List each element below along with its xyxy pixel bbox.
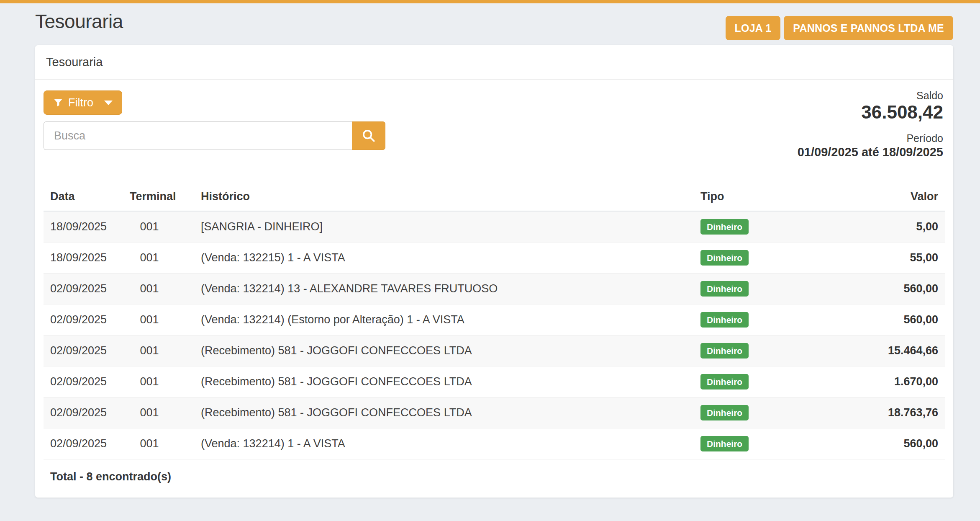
- cell-valor: 1.670,00: [828, 366, 945, 397]
- cell-data: 02/09/2025: [44, 366, 123, 397]
- top-accent-bar: [0, 0, 980, 3]
- cell-valor: 560,00: [828, 304, 945, 335]
- cell-data: 02/09/2025: [44, 273, 123, 304]
- cell-historico: (Recebimento) 581 - JOGGOFI CONFECCOES L…: [194, 397, 694, 428]
- cell-data: 02/09/2025: [44, 335, 123, 366]
- cell-terminal: 001: [123, 335, 194, 366]
- cell-data: 18/09/2025: [44, 242, 123, 273]
- cell-terminal: 001: [123, 397, 194, 428]
- store-buttons: LOJA 1 PANNOS E PANNOS LTDA ME: [726, 16, 953, 40]
- caret-down-icon: [104, 101, 113, 105]
- toolbar: Filtro: [44, 90, 945, 160]
- cell-historico: (Recebimento) 581 - JOGGOFI CONFECCOES L…: [194, 335, 694, 366]
- store-button-company[interactable]: PANNOS E PANNOS LTDA ME: [784, 16, 953, 40]
- table-row[interactable]: 02/09/2025 001 (Recebimento) 581 - JOGGO…: [44, 366, 945, 397]
- store-button-loja[interactable]: LOJA 1: [726, 16, 781, 40]
- tipo-badge: Dinheiro: [700, 374, 749, 389]
- search-group: [44, 121, 385, 150]
- periodo-label: Período: [798, 132, 943, 144]
- table-row[interactable]: 18/09/2025 001 (Venda: 132215) 1 - A VIS…: [44, 242, 945, 273]
- page-header: Tesouraria LOJA 1 PANNOS E PANNOS LTDA M…: [35, 3, 953, 45]
- tipo-badge: Dinheiro: [700, 343, 749, 359]
- table-row[interactable]: 02/09/2025 001 (Recebimento) 581 - JOGGO…: [44, 335, 945, 366]
- cell-historico: (Venda: 132215) 1 - A VISTA: [194, 242, 694, 273]
- transactions-table: Data Terminal Histórico Tipo Valor 18/09…: [44, 183, 945, 459]
- cell-terminal: 001: [123, 304, 194, 335]
- cell-data: 02/09/2025: [44, 304, 123, 335]
- cell-data: 02/09/2025: [44, 428, 123, 459]
- cell-historico: (Venda: 132214) 1 - A VISTA: [194, 428, 694, 459]
- cell-valor: 5,00: [828, 211, 945, 242]
- card-header-title: Tesouraria: [35, 45, 953, 80]
- cell-data: 02/09/2025: [44, 397, 123, 428]
- filter-dropdown-button[interactable]: Filtro: [44, 90, 122, 115]
- page-title: Tesouraria: [35, 10, 123, 33]
- table-body: 18/09/2025 001 [SANGRIA - DINHEIRO] Dinh…: [44, 211, 945, 459]
- tipo-badge: Dinheiro: [700, 219, 749, 235]
- table-row[interactable]: 02/09/2025 001 (Recebimento) 581 - JOGGO…: [44, 397, 945, 428]
- search-button[interactable]: [352, 121, 385, 150]
- cell-historico: (Recebimento) 581 - JOGGOFI CONFECCOES L…: [194, 366, 694, 397]
- tipo-badge: Dinheiro: [700, 281, 749, 297]
- search-icon: [362, 129, 376, 143]
- cell-data: 18/09/2025: [44, 211, 123, 242]
- saldo-label: Saldo: [798, 90, 943, 102]
- cell-valor: 560,00: [828, 428, 945, 459]
- column-header-tipo: Tipo: [694, 183, 828, 211]
- cell-terminal: 001: [123, 428, 194, 459]
- table-row[interactable]: 02/09/2025 001 (Venda: 132214) (Estorno …: [44, 304, 945, 335]
- tipo-badge: Dinheiro: [700, 250, 749, 266]
- table-footer-total: Total - 8 encontrado(s): [44, 459, 945, 498]
- table-header: Data Terminal Histórico Tipo Valor: [44, 183, 945, 211]
- cell-valor: 560,00: [828, 273, 945, 304]
- tesouraria-card: Tesouraria Filtro: [35, 45, 953, 498]
- summary-panel: Saldo 36.508,42 Período 01/09/2025 até 1…: [798, 90, 945, 160]
- tipo-badge: Dinheiro: [700, 312, 749, 328]
- filter-button-label: Filtro: [68, 96, 93, 109]
- column-header-terminal: Terminal: [123, 183, 194, 211]
- cell-valor: 18.763,76: [828, 397, 945, 428]
- page-container: Tesouraria LOJA 1 PANNOS E PANNOS LTDA M…: [0, 3, 980, 498]
- search-input[interactable]: [44, 121, 352, 150]
- tipo-badge: Dinheiro: [700, 405, 749, 420]
- column-header-data: Data: [44, 183, 123, 211]
- cell-terminal: 001: [123, 366, 194, 397]
- column-header-historico: Histórico: [194, 183, 694, 211]
- filter-icon: [53, 98, 63, 108]
- toolbar-left: Filtro: [44, 90, 385, 150]
- cell-historico: [SANGRIA - DINHEIRO]: [194, 211, 694, 242]
- cell-valor: 15.464,66: [828, 335, 945, 366]
- cell-valor: 55,00: [828, 242, 945, 273]
- tipo-badge: Dinheiro: [700, 436, 749, 451]
- periodo-value: 01/09/2025 até 18/09/2025: [798, 144, 943, 160]
- card-body: Filtro: [35, 80, 953, 498]
- cell-historico: (Venda: 132214) 13 - ALEXANDRE TAVARES F…: [194, 273, 694, 304]
- cell-historico: (Venda: 132214) (Estorno por Alteração) …: [194, 304, 694, 335]
- cell-terminal: 001: [123, 211, 194, 242]
- table-row[interactable]: 02/09/2025 001 (Venda: 132214) 13 - ALEX…: [44, 273, 945, 304]
- cell-terminal: 001: [123, 273, 194, 304]
- column-header-valor: Valor: [828, 183, 945, 211]
- table-row[interactable]: 18/09/2025 001 [SANGRIA - DINHEIRO] Dinh…: [44, 211, 945, 242]
- table-row[interactable]: 02/09/2025 001 (Venda: 132214) 1 - A VIS…: [44, 428, 945, 459]
- cell-terminal: 001: [123, 242, 194, 273]
- saldo-value: 36.508,42: [798, 102, 943, 123]
